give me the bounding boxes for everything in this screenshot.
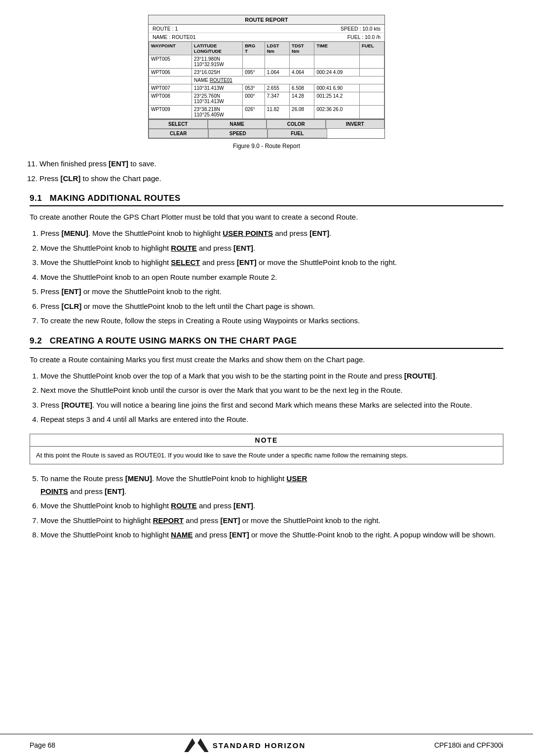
section-91-title: MAKING ADDITIONAL ROUTES [50, 193, 181, 203]
step-92-3: Press [ROUTE]. You will notice a bearing… [40, 399, 503, 412]
initial-steps: When finished press [ENT] to save. Press… [39, 157, 503, 185]
step-92-8: Move the ShuttlePoint knob to highlight … [40, 529, 503, 541]
section-92-number: 9.2 [30, 336, 50, 345]
empty-btn [327, 129, 385, 138]
route-number: ROUTE : 1 [152, 26, 178, 32]
footer-model: CPF180i and CPF300i [434, 741, 503, 749]
col-lat-lon: LATITUDELONGITUDE [192, 42, 243, 55]
step-92-2: Next move the ShuttlePoint knob until th… [40, 384, 503, 397]
route-report-section: ROUTE REPORT ROUTE : 1 SPEED : 10.0 kts … [30, 15, 503, 150]
route-report-box: ROUTE REPORT ROUTE : 1 SPEED : 10.0 kts … [148, 15, 385, 139]
footer-brand: STANDARD HORIZON [213, 741, 305, 750]
step-91-7: To create the new Route, follow the step… [40, 314, 503, 327]
col-waypoint: WAYPOINT [149, 42, 192, 55]
section-91-intro: To create another Route the GPS Chart Pl… [30, 211, 503, 223]
standard-horizon-logo-icon [184, 738, 209, 752]
col-tdst: TDSTNm [290, 42, 314, 55]
route-name: NAME : ROUTE01 [152, 34, 196, 40]
section-92-steps2: To name the Route press [MENU]. Move the… [40, 472, 503, 541]
note-content: At this point the Route is saved as ROUT… [30, 447, 503, 464]
step-91-6: Press [CLR] or move the ShuttlePoint kno… [40, 300, 503, 313]
step-92-7: Move the ShuttlePoint to highlight REPOR… [40, 514, 503, 527]
section-92-title: CREATING A ROUTE USING MARKS ON THE CHAR… [50, 336, 297, 345]
step-11: When finished press [ENT] to save. [39, 157, 503, 170]
note-title: NOTE [30, 434, 503, 447]
table-row-name: NAME ROUTE01 [149, 76, 384, 84]
clear-button[interactable]: CLEAR [149, 129, 208, 138]
invert-button[interactable]: INVERT [326, 119, 385, 129]
section-91-number: 9.1 [30, 193, 50, 203]
table-row: WPT005 23°11.980N110°32.915W [149, 55, 384, 69]
speed-button[interactable]: SPEED [208, 129, 268, 138]
select-button[interactable]: SELECT [149, 119, 208, 129]
figure-caption: Figure 9.0 - Route Report [233, 143, 300, 150]
col-fuel: FUEL [359, 42, 384, 55]
col-ldst: LDSTNm [265, 42, 289, 55]
route-buttons-row2: CLEAR SPEED FUEL [149, 129, 384, 138]
step-91-5: Press [ENT] or move the ShuttlePoint kno… [40, 285, 503, 298]
section-92-steps: Move the ShuttlePoint knob over the top … [40, 370, 503, 426]
table-row: WPT007 110°31.413W 053° 2.655 6.508 000:… [149, 84, 384, 92]
name-button[interactable]: NAME [208, 119, 267, 129]
table-row: WPT008 23°25.760N110°31.413W 000° 7.347 … [149, 92, 384, 106]
step-91-3: Move the ShuttlePoint knob to highlight … [40, 256, 503, 269]
table-row: WPT006 23°16.025H 095° 1.064 4.064 000:2… [149, 69, 384, 76]
table-row: WPT009 23°38.218N110°25.405W 026° 11.82 … [149, 106, 384, 119]
route-info-row: ROUTE : 1 SPEED : 10.0 kts [149, 25, 384, 33]
color-button[interactable]: COLOR [266, 119, 326, 129]
page-footer: Page 68 STANDARD HORIZON CPF180i and CPF… [0, 734, 533, 756]
section-92-heading: 9.2 CREATING A ROUTE USING MARKS ON THE … [30, 336, 503, 349]
step-92-5: To name the Route press [MENU]. Move the… [40, 472, 503, 497]
col-brg: BRGT [243, 42, 265, 55]
step-92-6: Move the ShuttlePoint knob to highlight … [40, 499, 503, 512]
col-time: TIME [314, 42, 359, 55]
footer-logo: STANDARD HORIZON [184, 738, 305, 752]
note-box: NOTE At this point the Route is saved as… [30, 434, 503, 465]
section-91-steps: Press [MENU]. Move the ShuttlePoint knob… [40, 227, 503, 327]
step-12: Press [CLR] to show the Chart page. [39, 172, 503, 185]
route-speed: SPEED : 10.0 kts [341, 26, 381, 32]
page-number: Page 68 [30, 741, 55, 749]
fuel-button[interactable]: FUEL [267, 129, 327, 138]
route-name-row: NAME : ROUTE01 FUEL : 10.0 /h [149, 33, 384, 41]
step-91-1: Press [MENU]. Move the ShuttlePoint knob… [40, 227, 503, 240]
step-92-4: Repeat steps 3 and 4 until all Marks are… [40, 413, 503, 426]
step-91-4: Move the ShuttlePoint knob to an open Ro… [40, 271, 503, 284]
route-report-title: ROUTE REPORT [149, 15, 384, 25]
route-table: WAYPOINT LATITUDELONGITUDE BRGT LDSTNm T… [149, 41, 384, 119]
route-fuel: FUEL : 10.0 /h [347, 34, 381, 40]
section-91-heading: 9.1 MAKING ADDITIONAL ROUTES [30, 193, 503, 206]
route-buttons-row1: SELECT NAME COLOR INVERT [149, 119, 384, 129]
section-92-intro: To create a Route containing Marks you f… [30, 354, 503, 366]
step-91-2: Move the ShuttlePoint knob to highlight … [40, 242, 503, 255]
step-92-1: Move the ShuttlePoint knob over the top … [40, 370, 503, 382]
